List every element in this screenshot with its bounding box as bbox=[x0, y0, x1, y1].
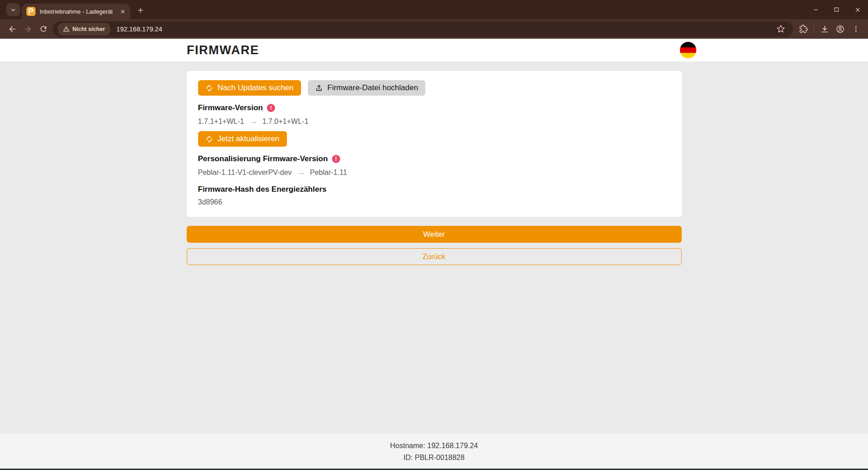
security-chip[interactable]: Nicht sicher bbox=[57, 23, 111, 36]
downloads-icon[interactable] bbox=[817, 21, 832, 37]
update-available-badge: ! bbox=[267, 104, 275, 112]
toolbar-right-icons bbox=[796, 21, 863, 37]
meter-hash-label-row: Firmware-Hash des Energiezählers bbox=[198, 185, 670, 194]
wizard-actions: Weiter Zurück bbox=[187, 217, 682, 265]
page-footer: Hostname: 192.168.179.24 ID: PBLR-001882… bbox=[0, 434, 868, 469]
minimize-button[interactable] bbox=[805, 0, 826, 19]
firmware-version-available: 1.7.0+1+WL-1 bbox=[262, 118, 308, 126]
browser-toolbar: Nicht sicher 192.168.179.24 bbox=[0, 19, 868, 39]
peblar-favicon-icon bbox=[26, 7, 36, 16]
maximize-button[interactable] bbox=[826, 0, 847, 19]
close-window-button[interactable] bbox=[847, 0, 868, 19]
page-header: FIRMWARE bbox=[0, 39, 868, 61]
personalization-available: Peblar-1.11 bbox=[310, 169, 347, 177]
menu-kebab-icon[interactable] bbox=[848, 21, 863, 37]
arrow-right-icon: → bbox=[297, 168, 305, 177]
upload-firmware-button[interactable]: Firmware-Datei hochladen bbox=[308, 80, 425, 96]
browser-tab[interactable]: Inbetriebnahme - Ladegerät bbox=[22, 4, 130, 19]
refresh-icon bbox=[205, 84, 213, 92]
chevron-down-icon bbox=[10, 7, 16, 13]
firmware-version-values: 1.7.1+1+WL-1 → 1.7.0+1+WL-1 bbox=[198, 117, 670, 126]
upload-firmware-label: Firmware-Datei hochladen bbox=[327, 83, 418, 92]
personalization-label: Personalisierung Firmware-Version bbox=[198, 154, 328, 163]
browser-titlebar: Inbetriebnahme - Ladegerät bbox=[0, 0, 868, 19]
window-controls bbox=[805, 0, 868, 19]
page-title: FIRMWARE bbox=[187, 43, 259, 57]
firmware-version-label-row: Firmware-Version ! bbox=[198, 103, 670, 112]
bookmark-star-icon[interactable] bbox=[773, 21, 788, 37]
profile-icon[interactable] bbox=[832, 21, 848, 37]
update-now-button[interactable]: Jetzt aktualisieren bbox=[198, 131, 287, 147]
new-tab-button[interactable] bbox=[134, 4, 147, 16]
personalization-label-row: Personalisierung Firmware-Version ! bbox=[198, 154, 670, 163]
forward-button[interactable] bbox=[20, 21, 36, 37]
check-updates-button[interactable]: Nach Updates suchen bbox=[198, 80, 301, 96]
reload-button[interactable] bbox=[36, 21, 51, 37]
back-step-button[interactable]: Zurück bbox=[187, 248, 682, 265]
update-now-label: Jetzt aktualisieren bbox=[218, 134, 280, 143]
check-updates-label: Nach Updates suchen bbox=[218, 83, 294, 92]
language-flag-german-icon[interactable] bbox=[680, 42, 696, 58]
url-text: 192.168.179.24 bbox=[117, 26, 773, 33]
firmware-version-current: 1.7.1+1+WL-1 bbox=[198, 118, 244, 126]
security-label: Nicht sicher bbox=[72, 26, 105, 32]
toolbar-separator bbox=[814, 25, 814, 34]
refresh-icon bbox=[205, 135, 213, 143]
tab-title: Inbetriebnahme - Ladegerät bbox=[40, 8, 118, 15]
meter-hash-value: 3d8966 bbox=[198, 198, 670, 206]
back-button[interactable] bbox=[5, 21, 20, 37]
footer-device-id: ID: PBLR-0018828 bbox=[0, 452, 868, 464]
arrow-right-icon: → bbox=[249, 117, 257, 126]
tab-close-icon[interactable] bbox=[118, 7, 127, 15]
upload-icon bbox=[315, 84, 323, 92]
update-available-badge: ! bbox=[332, 155, 340, 163]
meter-hash-label: Firmware-Hash des Energiezählers bbox=[198, 185, 327, 194]
footer-hostname: Hostname: 192.168.179.24 bbox=[0, 440, 868, 452]
personalization-current: Peblar-1.11-V1-cleverPV-dev bbox=[198, 169, 292, 177]
address-bar[interactable]: Nicht sicher 192.168.179.24 bbox=[53, 21, 793, 37]
extensions-icon[interactable] bbox=[796, 21, 811, 37]
firmware-card: Nach Updates suchen Firmware-Datei hochl… bbox=[187, 71, 682, 217]
firmware-version-label: Firmware-Version bbox=[198, 103, 263, 112]
warning-icon bbox=[63, 26, 70, 32]
tab-search-button[interactable] bbox=[6, 3, 20, 16]
main-content: Nach Updates suchen Firmware-Datei hochl… bbox=[0, 61, 868, 434]
personalization-values: Peblar-1.11-V1-cleverPV-dev → Peblar-1.1… bbox=[198, 168, 670, 177]
next-button[interactable]: Weiter bbox=[187, 226, 682, 243]
